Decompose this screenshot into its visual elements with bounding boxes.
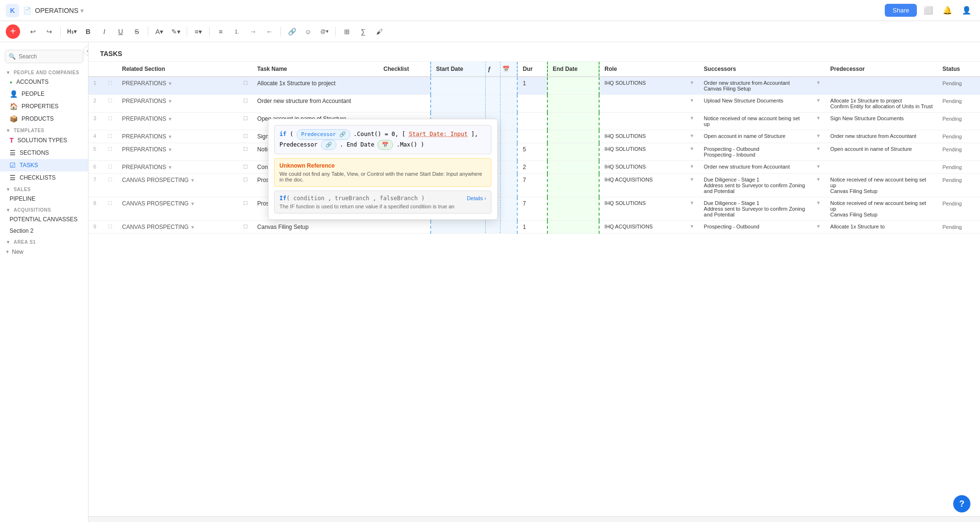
redo-button[interactable]: ↪ — [42, 24, 56, 39]
row-checklist[interactable] — [379, 221, 431, 234]
row-role[interactable] — [599, 95, 685, 113]
sidebar-item-sections[interactable]: ☰ SECTIONS — [0, 147, 88, 159]
sidebar-item-products[interactable]: 📦 PRODUCTS — [0, 113, 88, 125]
row-status[interactable]: Pending — [938, 221, 980, 234]
font-color-button[interactable]: A▾ — [152, 24, 167, 39]
search-input[interactable] — [5, 50, 83, 63]
sidebar-item-checklists[interactable]: ☰ CHECKLISTS — [0, 171, 88, 184]
row-successors[interactable]: Order new structure from Accountant — [699, 161, 811, 174]
col-duration[interactable]: Dur — [517, 62, 547, 77]
row-end-date[interactable] — [547, 174, 599, 197]
row-role[interactable]: IHQ ACQUISITIONS — [599, 221, 685, 234]
row-role[interactable]: IHQ SOLUTIONS — [599, 77, 685, 95]
row-successors[interactable]: Prospecting - Outbound Prospecting - Inb… — [699, 143, 811, 161]
row-role-arrow[interactable]: ▼ — [685, 197, 699, 221]
row-duration[interactable]: 1 — [517, 77, 547, 95]
sidebar-item-accounts[interactable]: ● ACCOUNTS — [0, 76, 88, 88]
row-calendar-icon[interactable] — [501, 161, 518, 174]
row-related-section[interactable]: PREPARATIONS ▼ — [117, 161, 238, 174]
row-status[interactable]: Pending — [938, 77, 980, 95]
sidebar-section-templates[interactable]: ▼ TEMPLATES — [0, 125, 88, 134]
col-calendar[interactable]: 📅 — [501, 62, 518, 77]
row-formula-icon[interactable] — [486, 221, 501, 234]
row-end-date[interactable] — [547, 130, 599, 143]
new-button[interactable]: + New — [0, 246, 88, 258]
strikethrough-button[interactable]: S — [130, 24, 144, 39]
row-status[interactable]: Pending — [938, 113, 980, 130]
row-role-arrow[interactable]: ▼ — [685, 221, 699, 234]
sidebar-item-tasks[interactable]: ☑ TASKS — [0, 159, 88, 171]
row-related-section[interactable]: CANVAS PROSPECTING ▼ — [117, 197, 238, 221]
row-succ-arrow[interactable]: ▼ — [811, 161, 825, 174]
row-related-section[interactable]: CANVAS PROSPECTING ▼ — [117, 221, 238, 234]
col-status[interactable]: Status — [938, 62, 980, 77]
row-duration[interactable]: 7 — [517, 174, 547, 197]
row-checkbox[interactable]: ☐ — [103, 174, 117, 197]
row-predecessor[interactable]: Allocate 1x Structure to project Confirm… — [825, 95, 937, 113]
sidebar-section-people-companies[interactable]: ▼ PEOPLE AND COMPANIES — [0, 67, 88, 76]
row-role[interactable]: IHQ ACQUISITIONS — [599, 174, 685, 197]
emoji-button[interactable]: ☺ — [301, 24, 315, 39]
row-predecessor[interactable] — [825, 161, 937, 174]
sidebar-item-pipeline[interactable]: PIPELINE — [0, 193, 88, 204]
row-predecessor[interactable] — [825, 77, 937, 95]
row-end-date[interactable] — [547, 143, 599, 161]
row-succ-arrow[interactable]: ▼ — [811, 95, 825, 113]
row-task-name[interactable]: Canvas Filing Setup — [253, 221, 379, 234]
sidebar-item-people[interactable]: 👤 PEOPLE — [0, 88, 88, 100]
row-checklist[interactable] — [379, 77, 431, 95]
row-checklist[interactable] — [379, 95, 431, 113]
row-role-arrow[interactable]: ▼ — [685, 143, 699, 161]
row-status[interactable]: Pending — [938, 130, 980, 143]
undo-button[interactable]: ↩ — [26, 24, 40, 39]
col-successors[interactable]: Successors — [699, 62, 811, 77]
row-task-name[interactable]: Allocate 1x Structure to project — [253, 77, 379, 95]
indent-button[interactable]: → — [246, 24, 260, 39]
row-successors[interactable]: Due Diligence - Stage 1 Address sent to … — [699, 197, 811, 221]
row-predecessor[interactable]: Notice received of new account being set… — [825, 174, 937, 197]
row-duration[interactable] — [517, 130, 547, 143]
outdent-button[interactable]: ← — [262, 24, 277, 39]
row-role-arrow[interactable]: ▼ — [685, 161, 699, 174]
row-related-section[interactable]: PREPARATIONS ▼ — [117, 143, 238, 161]
highlight-button[interactable]: ✎▾ — [168, 24, 183, 39]
row-calendar-icon[interactable] — [501, 197, 518, 221]
bell-icon[interactable]: 🔔 — [940, 3, 955, 18]
row-succ-arrow[interactable]: ▼ — [811, 130, 825, 143]
row-related-section[interactable]: CANVAS PROSPECTING ▼ — [117, 174, 238, 197]
row-predecessor[interactable]: Sign New Structure Documents — [825, 113, 937, 130]
row-start-date[interactable] — [431, 221, 486, 234]
col-related-section[interactable]: Related Section — [117, 62, 238, 77]
row-role-arrow[interactable]: ▼ — [685, 95, 699, 113]
row-role-arrow[interactable]: ▼ — [685, 130, 699, 143]
row-checkbox[interactable]: ☐ — [103, 77, 117, 95]
row-end-date[interactable] — [547, 77, 599, 95]
title-chevron[interactable]: ▾ — [80, 7, 84, 14]
row-duration[interactable]: 1 — [517, 221, 547, 234]
row-calendar-icon[interactable] — [501, 143, 518, 161]
row-successors[interactable]: Order new structure from Accountant Canv… — [699, 77, 811, 95]
row-status[interactable]: Pending — [938, 161, 980, 174]
paint-button[interactable]: 🖌 — [372, 24, 387, 39]
col-end-date[interactable]: End Date — [547, 62, 599, 77]
row-formula-icon[interactable] — [486, 77, 501, 95]
row-successors[interactable]: Open account in name of Structure — [699, 130, 811, 143]
row-predecessor[interactable]: Notice received of new account being set… — [825, 197, 937, 221]
row-successors[interactable]: Notice received of new account being set… — [699, 113, 811, 130]
row-checkbox[interactable]: ☐ — [103, 143, 117, 161]
help-button[interactable]: ? — [953, 495, 970, 512]
sidebar-item-solution-types[interactable]: T SOLUTION TYPES — [0, 134, 88, 147]
row-role[interactable]: IHQ SOLUTIONS — [599, 197, 685, 221]
row-calendar-icon[interactable] — [501, 113, 518, 130]
row-calendar-icon[interactable] — [501, 95, 518, 113]
row-calendar-icon[interactable] — [501, 221, 518, 234]
row-succ-arrow[interactable]: ▼ — [811, 113, 825, 130]
share-button[interactable]: Share — [885, 4, 917, 17]
col-role[interactable]: Role — [599, 62, 685, 77]
row-role-arrow[interactable]: ▼ — [685, 174, 699, 197]
row-duration[interactable] — [517, 113, 547, 130]
horizontal-scrollbar[interactable] — [89, 516, 980, 522]
row-role-arrow[interactable]: ▼ — [685, 77, 699, 95]
sidebar-section-area-s1[interactable]: ▼ AREA S1 — [0, 237, 88, 246]
row-checkbox[interactable]: ☐ — [103, 130, 117, 143]
